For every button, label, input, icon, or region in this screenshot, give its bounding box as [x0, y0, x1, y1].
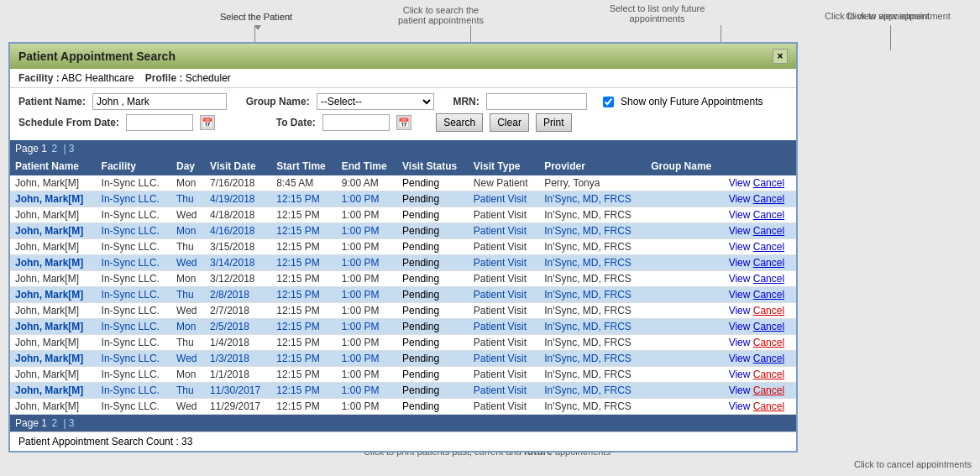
cancel-link[interactable]: Cancel [753, 384, 784, 396]
cell-actions: View Cancel [724, 399, 796, 415]
cell-actions: View Cancel [724, 367, 796, 383]
search-button[interactable]: Search [436, 113, 483, 132]
show-future-checkbox[interactable] [603, 97, 614, 107]
cell-status: Pending [397, 319, 469, 335]
facility-label: Facility : [18, 72, 60, 84]
view-link[interactable]: View [729, 369, 751, 380]
cell-group [646, 207, 723, 223]
bottom-page-bar: Page 1 2 | 3 [10, 415, 796, 432]
cancel-link[interactable]: Cancel [753, 273, 784, 285]
schedule-from-input[interactable] [126, 114, 193, 131]
cancel-link[interactable]: Cancel [753, 369, 784, 380]
to-date-label: To Date: [276, 117, 316, 128]
cancel-link[interactable]: Cancel [753, 193, 784, 205]
cell-start: 12:15 PM [271, 319, 336, 335]
cell-date: 4/18/2018 [205, 207, 271, 223]
cell-start: 12:15 PM [271, 223, 336, 239]
cancel-link[interactable]: Cancel [753, 177, 784, 189]
group-name-select[interactable]: --Select-- [317, 93, 434, 110]
view-link[interactable]: View [729, 177, 751, 189]
cell-start: 12:15 PM [271, 271, 336, 287]
page-2-link-bottom[interactable]: 2 [51, 417, 60, 429]
cell-facility: In-Sync LLC. [97, 383, 171, 399]
cell-status: Pending [397, 223, 469, 239]
col-day: Day [171, 157, 205, 175]
page-3-link-top[interactable]: | 3 [63, 143, 74, 154]
page-3-link-bottom[interactable]: | 3 [63, 417, 74, 429]
cell-end: 1:00 PM [337, 399, 397, 415]
cell-status: Pending [397, 191, 469, 207]
view-link[interactable]: View [729, 337, 751, 348]
click-cancel-label: Click to cancel appointments [854, 459, 972, 469]
cell-facility: In-Sync LLC. [97, 191, 171, 207]
cell-actions: View Cancel [724, 175, 796, 191]
search-count: Patient Appointment Search Count : 33 [18, 436, 192, 447]
click-view-label: Click to view appointment [825, 11, 972, 21]
view-link[interactable]: View [729, 289, 751, 301]
cell-provider: In'Sync, MD, FRCS [539, 239, 646, 255]
to-date-calendar-icon[interactable]: 📅 [396, 115, 411, 130]
cancel-link[interactable]: Cancel [753, 257, 784, 269]
form-area: Patient Name: Group Name: --Select-- MRN… [10, 88, 796, 140]
cell-type: Patient Visit [469, 303, 539, 319]
cell-end: 1:00 PM [337, 271, 397, 287]
cancel-link[interactable]: Cancel [753, 400, 784, 412]
cell-group [646, 319, 723, 335]
cell-group [646, 367, 723, 383]
schedule-from-calendar-icon[interactable]: 📅 [200, 115, 215, 130]
cancel-link[interactable]: Cancel [753, 209, 784, 221]
view-link[interactable]: View [729, 241, 751, 253]
cell-start: 8:45 AM [271, 175, 336, 191]
cell-provider: In'Sync, MD, FRCS [539, 303, 646, 319]
cancel-link[interactable]: Cancel [753, 289, 784, 301]
cancel-link[interactable]: Cancel [753, 225, 784, 237]
view-link[interactable]: View [729, 400, 751, 412]
cell-type: Patient Visit [469, 367, 539, 383]
cell-group [646, 335, 723, 351]
cell-patient-name: John, Mark[M] [10, 223, 97, 239]
view-link[interactable]: View [729, 273, 751, 285]
close-button[interactable]: × [773, 49, 788, 64]
print-button[interactable]: Print [536, 113, 572, 132]
clear-button[interactable]: Clear [490, 113, 529, 132]
view-link[interactable]: View [729, 353, 751, 364]
table-row: John, Mark[M] In-Sync LLC. Wed 1/3/2018 … [10, 351, 796, 367]
view-link[interactable]: View [729, 257, 751, 269]
cancel-link[interactable]: Cancel [753, 321, 784, 332]
table-body: John, Mark[M] In-Sync LLC. Mon 7/16/2018… [10, 175, 796, 415]
cancel-link[interactable]: Cancel [753, 241, 784, 253]
mrn-input[interactable] [486, 93, 587, 110]
cell-status: Pending [397, 367, 469, 383]
cell-date: 2/5/2018 [205, 319, 271, 335]
cell-provider: In'Sync, MD, FRCS [539, 367, 646, 383]
cell-type: Patient Visit [469, 319, 539, 335]
view-link[interactable]: View [729, 225, 751, 237]
cell-facility: In-Sync LLC. [97, 271, 171, 287]
view-link[interactable]: View [729, 193, 751, 205]
cell-provider: In'Sync, MD, FRCS [539, 255, 646, 271]
cell-start: 12:15 PM [271, 255, 336, 271]
view-link[interactable]: View [729, 321, 751, 332]
cell-provider: In'Sync, MD, FRCS [539, 223, 646, 239]
view-link[interactable]: View [729, 209, 751, 221]
modal: Patient Appointment Search × Facility : … [8, 42, 798, 452]
cell-facility: In-Sync LLC. [97, 303, 171, 319]
cell-start: 12:15 PM [271, 351, 336, 367]
cell-start: 12:15 PM [271, 335, 336, 351]
cell-provider: Perry, Tonya [539, 175, 646, 191]
cell-start: 12:15 PM [271, 207, 336, 223]
cancel-link[interactable]: Cancel [753, 353, 784, 364]
patient-name-input[interactable] [92, 93, 227, 110]
view-link[interactable]: View [729, 305, 751, 316]
cell-group [646, 223, 723, 239]
cancel-link[interactable]: Cancel [753, 305, 784, 316]
cancel-link[interactable]: Cancel [753, 337, 784, 348]
table-row: John, Mark[M] In-Sync LLC. Wed 2/7/2018 … [10, 303, 796, 319]
table-row: John, Mark[M] In-Sync LLC. Thu 2/8/2018 … [10, 287, 796, 303]
cell-day: Thu [171, 335, 205, 351]
cell-facility: In-Sync LLC. [97, 287, 171, 303]
to-date-input[interactable] [322, 114, 390, 131]
view-link[interactable]: View [729, 384, 751, 396]
table-row: John, Mark[M] In-Sync LLC. Mon 3/12/2018… [10, 271, 796, 287]
page-2-link-top[interactable]: 2 [51, 143, 60, 154]
